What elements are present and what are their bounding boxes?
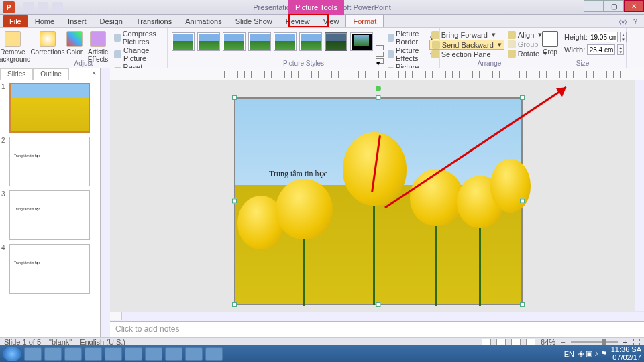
fit-window-icon[interactable]: ⛶ <box>633 338 640 346</box>
tab-animations[interactable]: Animations <box>178 15 228 27</box>
window-maximize-button[interactable]: ▢ <box>604 0 624 12</box>
tray-clock[interactable]: 11:36 SA 07/02/17 <box>611 346 641 361</box>
taskbar-zalo-icon[interactable] <box>85 347 102 361</box>
qat-redo-icon[interactable] <box>52 2 63 13</box>
taskbar-excel-icon[interactable] <box>185 347 203 361</box>
bring-forward-button[interactable]: Bring Forward ▾ <box>429 30 504 39</box>
send-backward-button[interactable]: Send Backward ▾ <box>429 40 504 50</box>
crop-button[interactable]: Crop <box>539 29 561 56</box>
slide-counter: Slide 1 of 5 <box>4 338 41 346</box>
tab-design[interactable]: Design <box>93 15 129 27</box>
qat-undo-icon[interactable] <box>38 2 48 13</box>
compress-pictures-button[interactable]: Compress Pictures <box>113 29 171 46</box>
tab-home[interactable]: Home <box>28 15 61 27</box>
tab-review[interactable]: Review <box>279 15 317 27</box>
style-thumb[interactable] <box>248 32 271 51</box>
taskbar-chrome-icon[interactable] <box>64 347 82 361</box>
ribbon: Remove Background Corrections Color Arti… <box>0 28 644 68</box>
tab-insert[interactable]: Insert <box>61 15 93 27</box>
width-spinner[interactable]: ▲▼ <box>617 44 624 55</box>
resize-handle[interactable] <box>376 95 381 100</box>
help-icon[interactable]: ? <box>633 17 637 27</box>
group-label-adjust: Adjust <box>0 60 167 67</box>
picture-border-button[interactable]: Picture Border ▾ <box>386 29 435 46</box>
taskbar-word-icon[interactable] <box>125 347 142 361</box>
resize-handle[interactable] <box>232 95 237 100</box>
taskbar-unikey-icon[interactable] <box>44 347 62 361</box>
view-reading-button[interactable] <box>511 339 521 345</box>
taskbar-paint-icon[interactable] <box>205 347 223 361</box>
tab-view[interactable]: View <box>317 15 346 27</box>
style-thumb[interactable] <box>299 32 322 51</box>
close-pane-icon[interactable]: × <box>88 68 100 80</box>
tray-icons[interactable]: ◈ ▣ ♪ ⚑ <box>578 349 607 358</box>
view-sorter-button[interactable] <box>496 339 506 345</box>
windows-taskbar: EN ◈ ▣ ♪ ⚑ 11:36 SA 07/02/17 <box>0 345 644 362</box>
language-indicator[interactable]: English (U.S.) <box>80 338 125 346</box>
powerpoint-logo-icon: P <box>3 1 15 13</box>
qat-save-icon[interactable] <box>23 2 34 13</box>
resize-handle[interactable] <box>232 302 237 307</box>
resize-handle[interactable] <box>232 199 237 204</box>
window-close-button[interactable]: ✕ <box>624 0 644 12</box>
ribbon-minimize-icon[interactable]: ⓥ <box>619 17 627 27</box>
resize-handle[interactable] <box>376 302 381 307</box>
workspace: Slides Outline × 1 2Trung tâm tin học 3T… <box>0 68 644 337</box>
horizontal-scrollbar[interactable] <box>110 312 644 321</box>
zoom-level[interactable]: 64% <box>541 338 555 346</box>
notes-pane[interactable]: Click to add notes <box>110 321 644 337</box>
taskbar-powerpoint-icon[interactable] <box>105 347 122 361</box>
status-bar: Slide 1 of 5 "blank" English (U.S.) 64% … <box>0 337 644 345</box>
slide[interactable]: Trung tâm tin học <box>234 97 523 305</box>
ribbon-tabs: File Home Insert Design Transitions Anim… <box>0 15 644 28</box>
view-slideshow-button[interactable] <box>526 339 535 345</box>
slide-thumb[interactable]: 3Trung tâm tin học <box>1 190 99 240</box>
resize-handle[interactable] <box>520 302 525 307</box>
text-box[interactable]: Trung tâm tin học <box>269 169 327 179</box>
width-label: Width: <box>564 46 585 54</box>
tab-file[interactable]: File <box>3 15 28 27</box>
style-thumb[interactable] <box>172 32 195 51</box>
resize-handle[interactable] <box>520 199 525 204</box>
outline-tab[interactable]: Outline <box>33 68 69 80</box>
title-bar: P Presentation1.pptx - Microsoft PowerPo… <box>0 0 644 15</box>
pane-scrollbar[interactable] <box>101 68 110 337</box>
resize-handle[interactable] <box>520 95 525 100</box>
rotate-handle[interactable] <box>376 86 381 91</box>
style-thumb[interactable] <box>223 32 246 51</box>
tab-slideshow[interactable]: Slide Show <box>229 15 279 27</box>
contextual-tab-label: Picture Tools <box>288 0 344 15</box>
selection-pane-button[interactable]: Selection Pane <box>429 50 504 58</box>
window-minimize-button[interactable]: — <box>584 0 604 12</box>
vertical-scrollbar[interactable] <box>635 80 644 311</box>
height-input[interactable] <box>590 32 618 42</box>
slide-thumb[interactable]: 1 <box>1 83 99 133</box>
style-thumb[interactable] <box>325 32 347 51</box>
tab-format[interactable]: Format <box>345 14 384 27</box>
view-normal-button[interactable] <box>482 339 491 345</box>
slide-thumb[interactable]: 2Trung tâm tin học <box>1 137 99 186</box>
group-label-styles: Picture Styles <box>168 60 439 67</box>
zoom-slider[interactable] <box>571 341 618 343</box>
style-thumb[interactable] <box>350 32 373 51</box>
slides-pane: Slides Outline × 1 2Trung tâm tin học 3T… <box>0 68 101 337</box>
taskbar-coccoc-icon[interactable] <box>145 347 162 361</box>
tray-language[interactable]: EN <box>564 350 574 358</box>
inserted-picture[interactable]: Trung tâm tin học <box>235 98 522 304</box>
tab-transitions[interactable]: Transitions <box>129 15 178 27</box>
slide-thumb[interactable]: 4Trung tâm tin học <box>1 244 99 294</box>
slide-canvas[interactable]: Trung tâm tin học <box>110 80 644 312</box>
taskbar-skype-icon[interactable] <box>165 347 182 361</box>
svg-marker-1 <box>556 87 566 97</box>
width-input[interactable] <box>587 44 615 55</box>
zoom-out-icon[interactable]: − <box>561 338 565 346</box>
style-thumb[interactable] <box>274 32 297 51</box>
style-thumb[interactable] <box>197 32 220 51</box>
height-spinner[interactable]: ▲▼ <box>620 32 627 42</box>
group-label-size: Size <box>539 60 626 67</box>
ruler-horizontal <box>110 68 644 80</box>
taskbar-explorer-icon[interactable] <box>24 347 42 361</box>
slides-tab[interactable]: Slides <box>0 68 33 80</box>
start-button[interactable] <box>3 347 21 361</box>
zoom-in-icon[interactable]: + <box>623 338 627 346</box>
